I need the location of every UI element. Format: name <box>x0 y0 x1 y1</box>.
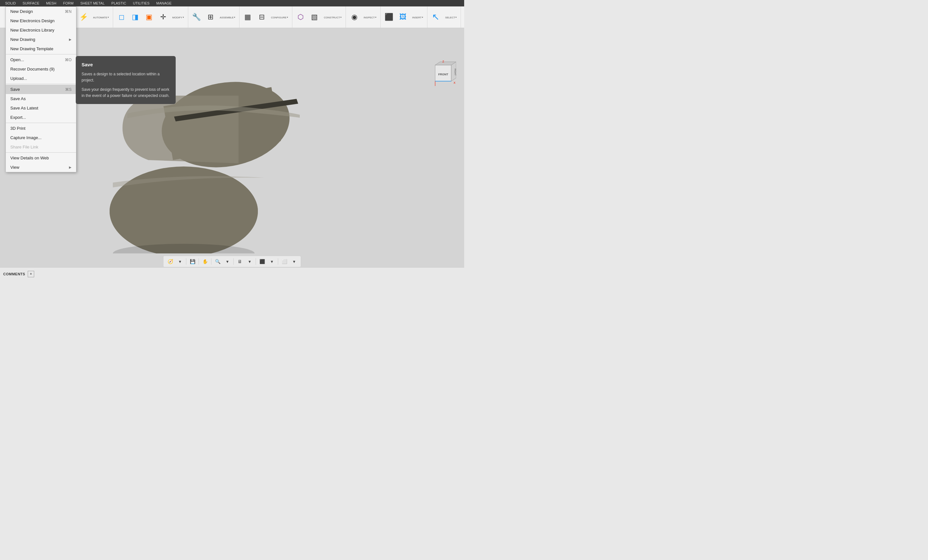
menu-item-share-link[interactable]: Share File Link <box>6 142 76 152</box>
nav-cube[interactable]: FRONT RIGHT Z X <box>429 59 456 86</box>
configure1-icon: ▦ <box>244 14 251 21</box>
construct1-icon: ⬡ <box>298 14 304 21</box>
menu-manage[interactable]: MANAGE <box>154 1 174 6</box>
btn-construct1[interactable]: ⬡ <box>294 12 307 22</box>
separator-4 <box>6 152 76 153</box>
assemble-label: ASSEMBLE ▾ <box>220 16 235 19</box>
btn-inspect-dropdown[interactable]: INSPECT ▾ <box>362 14 379 20</box>
btn-display-dropdown1[interactable]: ▾ <box>245 257 254 266</box>
configure-label: CONFIGURE ▾ <box>271 16 288 19</box>
btn-construct-dropdown[interactable]: CONSTRUCT ▾ <box>322 14 343 20</box>
comments-expand-btn[interactable]: + <box>28 271 34 277</box>
new-design-label: New Design <box>10 9 33 14</box>
btn-assemble-dropdown[interactable]: ASSEMBLE ▾ <box>218 14 237 20</box>
svg-text:RIGHT: RIGHT <box>454 68 456 76</box>
comments-section: COMMENTS + <box>3 271 34 277</box>
tooltip-desc2: Save your design frequently to prevent l… <box>82 87 170 99</box>
construct-label: CONSTRUCT ▾ <box>324 16 342 19</box>
btn-inspect1[interactable]: ◉ <box>348 12 361 22</box>
menu-form[interactable]: FORM <box>61 1 76 6</box>
divider1 <box>186 258 186 265</box>
btn-modify2[interactable]: ◨ <box>129 12 142 22</box>
menu-item-capture-image[interactable]: Capture Image... <box>6 133 76 142</box>
insert2-icon: 🖼 <box>399 14 406 21</box>
btn-insert2[interactable]: 🖼 <box>397 12 409 22</box>
modify1-icon: ◻ <box>119 14 124 21</box>
btn-zoom[interactable]: 🔍 <box>214 257 222 266</box>
section-automate: ⚡ AUTOMATE ▾ <box>75 6 113 28</box>
menu-item-view-details[interactable]: View Details on Web <box>6 153 76 163</box>
section-assemble: 🔧 ⊞ ASSEMBLE ▾ <box>188 6 240 28</box>
menu-solid[interactable]: SOLID <box>3 1 18 6</box>
btn-display1[interactable]: 🖥 <box>236 257 244 266</box>
section-configure: ▦ ⊟ CONFIGURE ▾ <box>240 6 292 28</box>
btn-construct2[interactable]: ▧ <box>308 12 321 22</box>
automate-label: AUTOMATE ▾ <box>93 16 109 19</box>
inspect1-icon: ◉ <box>351 14 357 21</box>
menu-item-new-design[interactable]: New Design ⌘N <box>6 7 76 16</box>
btn-dropdown1[interactable]: ▾ <box>176 257 184 266</box>
dropdown-menu: New Design ⌘N New Electronics Design New… <box>6 6 76 172</box>
btn-assemble2[interactable]: ⊞ <box>204 12 217 22</box>
menu-item-save[interactable]: Save ⌘S <box>6 85 76 94</box>
btn-modify1[interactable]: ◻ <box>115 12 128 22</box>
btn-zoom-dropdown[interactable]: ▾ <box>223 257 232 266</box>
separator-3 <box>6 123 76 123</box>
svg-rect-3 <box>110 180 258 242</box>
btn-select-dropdown[interactable]: SELECT ▾ <box>443 14 459 20</box>
menu-item-new-electronics-design[interactable]: New Electronics Design <box>6 16 76 26</box>
menu-item-save-as[interactable]: Save As <box>6 94 76 103</box>
menu-item-new-drawing[interactable]: New Drawing ▶ <box>6 35 76 44</box>
menu-item-export[interactable]: Export... <box>6 113 76 122</box>
menu-item-upload[interactable]: Upload... <box>6 74 76 83</box>
svg-text:FRONT: FRONT <box>438 73 448 76</box>
construct2-icon: ▧ <box>311 14 318 21</box>
btn-configure1[interactable]: ▦ <box>241 12 254 22</box>
btn-automate-icon[interactable]: ⚡ <box>77 12 90 22</box>
menu-item-3dprint[interactable]: 3D Print <box>6 124 76 133</box>
3dprint-label: 3D Print <box>10 126 26 131</box>
section-modify: ◻ ◨ ▣ ✛ MODIFY ▾ <box>113 6 188 28</box>
bottom-bar: COMMENTS + <box>0 267 464 280</box>
menu-plastic[interactable]: PLASTIC <box>109 1 129 6</box>
btn-display2[interactable]: ⬛ <box>258 257 266 266</box>
btn-display-dropdown2[interactable]: ▾ <box>267 257 276 266</box>
menu-item-new-drawing-template[interactable]: New Drawing Template <box>6 44 76 53</box>
btn-modify4[interactable]: ✛ <box>157 12 169 22</box>
menu-item-open[interactable]: Open... ⌘O <box>6 55 76 64</box>
separator-1 <box>6 54 76 55</box>
btn-save2[interactable]: 💾 <box>188 257 197 266</box>
menu-sheet-metal[interactable]: SHEET METAL <box>78 1 107 6</box>
btn-select1[interactable]: ↖ <box>429 11 442 23</box>
btn-compass[interactable]: 🧭 <box>166 257 174 266</box>
btn-modify3[interactable]: ▣ <box>143 12 156 22</box>
menu-item-new-electronics-library[interactable]: New Electronics Library <box>6 26 76 35</box>
btn-assemble1[interactable]: 🔧 <box>190 12 203 22</box>
configure2-icon: ⊟ <box>259 14 265 21</box>
menu-utilities[interactable]: UTILITIES <box>130 1 152 6</box>
section-insert: ⬛ 🖼 INSERT ▾ <box>381 6 427 28</box>
menu-item-save-as-latest[interactable]: Save As Latest <box>6 103 76 113</box>
menu-item-recover[interactable]: Recover Documents (9) <box>6 64 76 74</box>
tooltip-desc1: Saves a design to a selected location wi… <box>82 71 170 84</box>
menu-surface[interactable]: SURFACE <box>20 1 42 6</box>
divider6 <box>278 258 278 265</box>
btn-configure-dropdown[interactable]: CONFIGURE ▾ <box>269 14 290 20</box>
btn-modify-dropdown[interactable]: MODIFY ▾ <box>171 14 186 20</box>
btn-hand[interactable]: ✋ <box>201 257 209 266</box>
new-drawing-arrow: ▶ <box>69 38 72 41</box>
assemble1-icon: 🔧 <box>192 14 201 21</box>
tooltip-title: Save <box>82 61 170 68</box>
save-as-label: Save As <box>10 96 26 101</box>
modify2-icon: ◨ <box>132 14 139 21</box>
btn-display-dropdown3[interactable]: ▾ <box>290 257 298 266</box>
divider2 <box>198 258 199 265</box>
menu-item-view[interactable]: View ▶ <box>6 163 76 172</box>
btn-configure2[interactable]: ⊟ <box>255 12 268 22</box>
menu-mesh[interactable]: MESH <box>44 1 59 6</box>
btn-display3[interactable]: ⬜ <box>280 257 288 266</box>
btn-insert1[interactable]: ⬛ <box>383 12 395 22</box>
btn-insert-dropdown[interactable]: INSERT ▾ <box>411 14 425 20</box>
open-shortcut: ⌘O <box>65 58 72 62</box>
btn-automate-dropdown[interactable]: AUTOMATE ▾ <box>91 14 111 20</box>
